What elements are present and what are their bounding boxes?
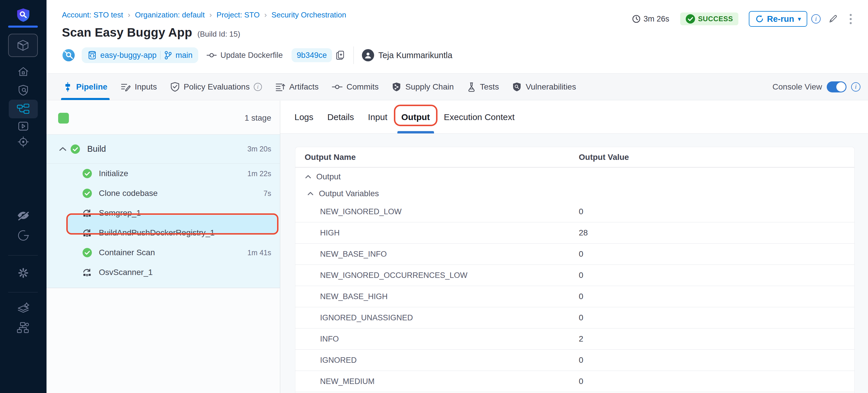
tab-label: Commits: [346, 82, 378, 92]
copy-icon[interactable]: [336, 50, 345, 60]
stage-status-square[interactable]: [58, 113, 69, 124]
tab-label: Policy Evaluations: [184, 82, 250, 92]
group-label: Output: [316, 172, 341, 181]
nav-getting-started[interactable]: [9, 226, 38, 245]
tab-tests[interactable]: Tests: [467, 73, 499, 100]
power-arc-icon: [17, 229, 30, 242]
commit-message[interactable]: Update Dockerfile: [220, 51, 283, 60]
total-duration: 3m 26s: [632, 14, 670, 24]
tab-details[interactable]: Details: [327, 100, 354, 133]
nav-test-targets[interactable]: [9, 132, 38, 151]
breadcrumb-module[interactable]: Security Orchestration: [272, 10, 346, 20]
step-duration: 1m 22s: [247, 170, 271, 178]
column-output-name: Output Name: [305, 153, 356, 162]
rerun-button[interactable]: Re-run ▾: [749, 11, 808, 27]
shield-check-icon: [170, 82, 180, 92]
branch-icon: [164, 51, 172, 60]
output-name: HIGH: [320, 229, 340, 238]
page-title: Scan Easy Buggy App: [62, 26, 192, 39]
execution-meta-row: easy-buggy-app main Update Dockerfile 9b…: [62, 47, 452, 63]
nav-project-setup[interactable]: [9, 299, 38, 318]
cube-icon: [16, 39, 30, 52]
output-value: 0: [579, 271, 583, 280]
nav-exemptions[interactable]: [9, 206, 38, 225]
tab-label: Artifacts: [289, 82, 319, 92]
more-options-button[interactable]: [850, 14, 852, 24]
chevron-up-icon[interactable]: [305, 175, 311, 179]
breadcrumb-org[interactable]: Organization: default: [135, 10, 205, 20]
step-row-clone-codebase[interactable]: Clone codebase 7s: [46, 183, 280, 203]
repo-branch-pill: easy-buggy-app main: [82, 48, 198, 63]
nav-settings[interactable]: [9, 264, 38, 282]
tab-label: Execution Context: [444, 112, 515, 122]
commit-sha: 9b349ce: [297, 51, 327, 60]
build-stage-row[interactable]: Build 3m 20s: [46, 134, 280, 164]
table-row: INFO 2: [295, 329, 854, 350]
layers-gear-icon: [17, 302, 30, 315]
breadcrumb-project[interactable]: Project: STO: [217, 10, 259, 20]
tab-supply-chain[interactable]: Supply Chain: [392, 73, 454, 100]
step-duration: 1m 41s: [247, 248, 271, 257]
trigger-icon: [62, 49, 75, 62]
repo-name-link[interactable]: easy-buggy-app: [100, 51, 157, 60]
nav-overview[interactable]: [9, 81, 38, 99]
tab-commits[interactable]: Commits: [332, 73, 378, 100]
nav-pipelines[interactable]: [9, 100, 38, 118]
tab-policy-evaluations[interactable]: Policy Evaluations i: [170, 73, 262, 100]
step-row-initialize[interactable]: Initialize 1m 22s: [46, 164, 280, 183]
refresh-icon: [755, 14, 764, 23]
step-name: Initialize: [99, 169, 128, 178]
console-view-toggle[interactable]: [827, 81, 846, 92]
tab-execution-context[interactable]: Execution Context: [444, 100, 515, 133]
commit-sha-pill[interactable]: 9b349ce: [291, 48, 332, 62]
rerun-caret-icon[interactable]: ▾: [798, 16, 801, 22]
policy-info-icon[interactable]: i: [254, 83, 262, 91]
breadcrumb-separator: ›: [264, 10, 267, 20]
step-row-build-and-push[interactable]: BuildAndPushDockerRegistry_1: [46, 223, 280, 243]
breadcrumb-account[interactable]: Account: STO test: [62, 10, 123, 20]
flask-icon: [467, 82, 476, 92]
pipeline-info-button[interactable]: i: [811, 14, 820, 24]
table-row: IGNORED 0: [295, 350, 854, 371]
console-view-info-icon[interactable]: i: [851, 82, 861, 92]
nav-home[interactable]: [9, 62, 38, 81]
step-row-container-scan[interactable]: Container Scan 1m 41s: [46, 243, 280, 263]
tab-inputs[interactable]: Inputs: [121, 73, 157, 100]
tab-artifacts[interactable]: Artifacts: [275, 73, 319, 100]
step-row-osvscanner[interactable]: OsvScanner_1: [46, 263, 280, 282]
stage-execution-panel: 1 stage Build 3m 20s: [46, 100, 280, 393]
collapse-chevron-icon[interactable]: [59, 147, 67, 152]
info-icon: i: [811, 14, 820, 24]
edit-pipeline-button[interactable]: [828, 14, 838, 24]
branch-name-link[interactable]: main: [176, 51, 193, 60]
tab-vulnerabilities[interactable]: Vulnerabilities: [512, 73, 576, 100]
table-row: NEW_IGNORED_LOW 0: [295, 201, 854, 222]
nav-org-setup[interactable]: [9, 318, 38, 337]
group-row-output-variables[interactable]: Output Variables: [295, 186, 854, 201]
tab-label: Input: [368, 112, 388, 122]
success-check-icon: [82, 248, 92, 258]
output-name: NEW_BASE_INFO: [320, 250, 387, 259]
module-selector-button[interactable]: [8, 34, 38, 57]
step-name: BuildAndPushDockerRegistry_1: [99, 228, 215, 238]
step-duration: 7s: [264, 189, 271, 198]
active-tab-underline: [397, 131, 434, 133]
header-actions: 3m 26s SUCCESS Re-run ▾ i: [632, 11, 852, 27]
executions-icon: [17, 120, 30, 132]
tab-pipeline[interactable]: Pipeline: [63, 73, 107, 100]
home-icon: [17, 65, 30, 78]
chevron-up-icon[interactable]: [307, 191, 314, 195]
tab-label: Details: [327, 112, 354, 122]
step-row-semgrep[interactable]: Semgrep_1: [46, 203, 280, 223]
tab-input[interactable]: Input: [368, 100, 388, 133]
tab-logs[interactable]: Logs: [294, 100, 313, 133]
sto-logo-icon[interactable]: [17, 8, 30, 23]
table-row: NEW_MEDIUM 0: [295, 371, 854, 392]
step-name: Semgrep_1: [99, 208, 141, 218]
inputs-icon: [121, 82, 130, 92]
repository-icon: [88, 51, 97, 60]
target-icon: [17, 135, 30, 148]
group-row-output[interactable]: Output: [295, 168, 854, 186]
tab-label: Tests: [480, 82, 499, 92]
tab-output[interactable]: Output: [401, 100, 430, 133]
